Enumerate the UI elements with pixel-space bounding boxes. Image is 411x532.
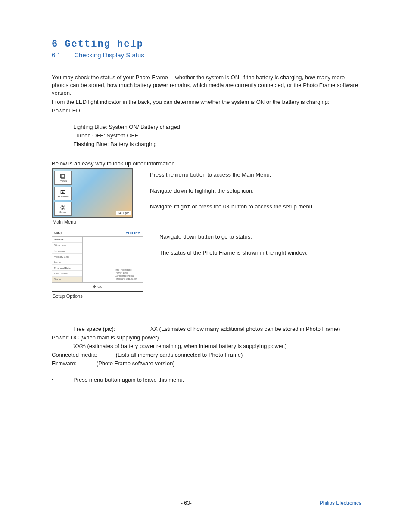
info-power: Power: 80% — [115, 271, 141, 274]
menu-panel: Photos Slideshow Setup — [54, 171, 72, 216]
slideshow-label: Slideshow — [57, 195, 68, 198]
intro-paragraph-3: Power LED — [52, 107, 361, 115]
intro-paragraph-1: You may check the status of your Photo F… — [52, 74, 361, 97]
figure-block-2: Setup PHILIPS Options Brightness Languag… — [52, 230, 361, 304]
instruction-column-1: Press the menu button to access the Main… — [150, 168, 361, 219]
connected-media-line: Connected media: (Lists all memory cards… — [52, 351, 361, 359]
connected-media-value: (Lists all memory cards connected to Pho… — [116, 352, 243, 358]
chapter-title: 6 Getting help — [52, 39, 361, 50]
option-auto-onoff: Auto On/Off — [52, 271, 82, 276]
power-indent-line: XX% (estimates of battery power remainin… — [52, 342, 361, 350]
free-space-value: XX (Estimates of how many additional pho… — [150, 326, 340, 332]
section-number: 6.1 — [52, 51, 72, 59]
step-2: Navigate down to highlight the setup ico… — [150, 187, 361, 195]
info-pane: Info Free space: Power: 80% Connected Me… — [83, 237, 143, 282]
setup-footer: ✥ OK — [52, 282, 143, 291]
setup-button: Setup — [54, 202, 72, 216]
option-language: Language — [52, 248, 82, 254]
time-label: 14:30pm — [116, 211, 131, 215]
section-name: Checking Display Status — [74, 51, 144, 59]
ok-key: OK — [223, 204, 230, 210]
caption-main-menu: Main Menu — [53, 219, 142, 224]
down-key: down — [174, 188, 187, 194]
firmware-value: (Photo Frame software version) — [97, 360, 175, 367]
down-key-2: down — [183, 234, 196, 240]
info-firmware: Firmware: A/B.07.49 — [115, 277, 141, 280]
option-brightness: Brightness — [52, 243, 82, 248]
ok-label: OK — [97, 285, 102, 288]
svg-point-3 — [62, 206, 64, 208]
screenshot-setup-options: Setup PHILIPS Options Brightness Languag… — [52, 230, 143, 292]
screenshot-main-menu: Photos Slideshow Setup 14:30pm — [52, 168, 133, 218]
led-line-3: Flashing Blue: Battery is charging — [52, 140, 361, 148]
menu-key: menu — [175, 172, 189, 178]
option-alarm: Alarm — [52, 259, 82, 265]
figure-block-1: Photos Slideshow Setup 14:30pm Main Menu — [52, 168, 361, 230]
photos-button: Photos — [54, 171, 72, 185]
intro-paragraph-2: From the LED light indicator in the back… — [52, 98, 361, 106]
figure-column-1: Photos Slideshow Setup 14:30pm Main Menu — [52, 168, 142, 230]
option-memory-card: Memory Card — [52, 254, 82, 259]
slideshow-icon — [60, 189, 66, 195]
options-heading: Options — [52, 237, 82, 243]
firmware-label: Firmware: — [52, 360, 95, 367]
step-4: Navigate down button to go to status. — [159, 233, 361, 241]
final-bullet-row: • Press menu button again to leave this … — [52, 376, 361, 383]
firmware-line: Firmware: (Photo Frame software version) — [52, 360, 361, 367]
step-3: Navigate right or press the OK button to… — [150, 203, 361, 211]
setup-header: Setup PHILIPS — [52, 230, 143, 237]
setup-title: Setup — [54, 231, 62, 235]
option-status: Status — [52, 277, 82, 282]
step-5: The status of the Photo Frame is shown i… — [159, 249, 361, 257]
option-time-date: Time and Date — [52, 265, 82, 271]
free-space-line: Free space (pic): XX (Estimates of how m… — [52, 325, 361, 333]
step-1: Press the menu button to access the Main… — [150, 171, 361, 179]
right-key: right — [174, 204, 190, 210]
options-list: Options Brightness Language Memory Card … — [52, 237, 83, 282]
instruction-column-2: Navigate down button to go to status. Th… — [150, 230, 361, 264]
slideshow-button: Slideshow — [54, 187, 72, 200]
photos-label: Photos — [59, 180, 67, 182]
photos-icon — [60, 174, 66, 180]
led-line-1: Lighting Blue: System ON/ Battery charge… — [52, 123, 361, 131]
setup-label: Setup — [59, 211, 66, 213]
philips-brand: PHILIPS — [125, 231, 140, 235]
below-line: Below is an easy way to look up other in… — [52, 160, 361, 168]
figure-column-2: Setup PHILIPS Options Brightness Languag… — [52, 230, 142, 304]
power-line: Power: DC (when main is supplying power) — [52, 334, 361, 342]
free-space-label: Free space (pic): — [73, 325, 149, 333]
manual-page: 6 Getting help 6.1 Checking Display Stat… — [0, 0, 411, 532]
setup-body: Options Brightness Language Memory Card … — [52, 237, 143, 282]
info-text: Info Free space: Power: 80% Connected Me… — [115, 268, 141, 280]
info-free-space: Info Free space: — [115, 268, 141, 271]
gear-icon — [60, 205, 66, 211]
info-media: Connected Media: — [115, 274, 141, 277]
bullet-icon: • — [52, 376, 73, 383]
dpad-icon: ✥ — [93, 286, 96, 287]
caption-setup-options: Setup Options — [53, 293, 142, 299]
section-title: 6.1 Checking Display Status — [52, 51, 361, 59]
page-footer: - 63- Philips Electronics — [0, 500, 411, 506]
page-number: - 63- — [181, 500, 192, 506]
final-bullet-text: Press menu button again to leave this me… — [73, 376, 184, 383]
led-line-2: Turned OFF: System OFF — [52, 132, 361, 140]
footer-brand: Philips Electronics — [320, 500, 361, 506]
connected-media-label: Connected media: — [52, 351, 114, 359]
